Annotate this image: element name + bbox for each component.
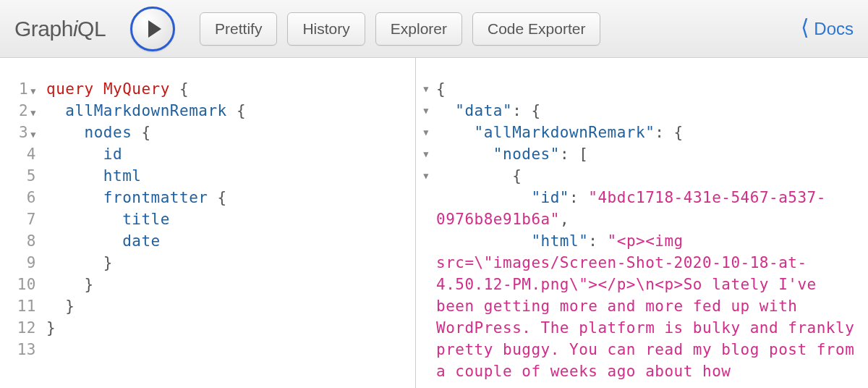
line-number: 11 [0, 295, 36, 317]
history-button[interactable]: History [287, 12, 365, 46]
docs-label: Docs [814, 19, 854, 39]
chevron-left-icon: ⟨ [801, 17, 809, 38]
toolbar: GraphiQL Prettify History Explorer Code … [0, 0, 868, 58]
fold-icon[interactable]: ▼ [416, 78, 436, 100]
prettify-button[interactable]: Prettify [200, 12, 277, 46]
logo-suffix: QL [77, 17, 106, 41]
fold-icon[interactable]: ▼ [30, 130, 36, 140]
query-pane: 1▼2▼3▼45678910111213 query MyQuery { all… [0, 58, 416, 388]
query-editor[interactable]: query MyQuery { allMarkdownRemark { node… [42, 58, 415, 388]
line-number: 3▼ [0, 122, 36, 143]
code-exporter-button[interactable]: Code Exporter [472, 12, 600, 46]
fold-icon[interactable]: ▼ [416, 122, 436, 143]
line-number: 1▼ [0, 78, 36, 100]
docs-button[interactable]: ⟨ Docs [801, 18, 854, 40]
line-number: 8 [0, 230, 36, 252]
result-viewer[interactable]: { "data": { "allMarkdownRemark": { "node… [436, 58, 868, 388]
line-number: 5 [0, 165, 36, 187]
line-number: 4 [0, 143, 36, 165]
line-number: 7 [0, 208, 36, 230]
app-logo: GraphiQL [14, 17, 106, 41]
result-pane: ▼▼▼▼▼ { "data": { "allMarkdownRemark": {… [416, 58, 868, 388]
logo-prefix: Graph [14, 17, 73, 41]
fold-icon[interactable]: ▼ [416, 165, 436, 187]
result-fold-gutter: ▼▼▼▼▼ [416, 58, 436, 388]
line-number: 9 [0, 252, 36, 274]
fold-icon[interactable]: ▼ [30, 86, 36, 96]
execute-button[interactable] [130, 7, 175, 51]
explorer-button[interactable]: Explorer [375, 12, 462, 46]
main: 1▼2▼3▼45678910111213 query MyQuery { all… [0, 58, 868, 388]
line-number: 13 [0, 339, 36, 360]
fold-icon[interactable]: ▼ [416, 143, 436, 165]
line-number: 10 [0, 274, 36, 295]
play-icon [148, 20, 161, 38]
line-number: 12 [0, 317, 36, 339]
fold-icon[interactable]: ▼ [416, 100, 436, 122]
line-number: 6 [0, 187, 36, 208]
line-gutter: 1▼2▼3▼45678910111213 [0, 58, 42, 388]
fold-icon[interactable]: ▼ [30, 108, 36, 118]
line-number: 2▼ [0, 100, 36, 122]
